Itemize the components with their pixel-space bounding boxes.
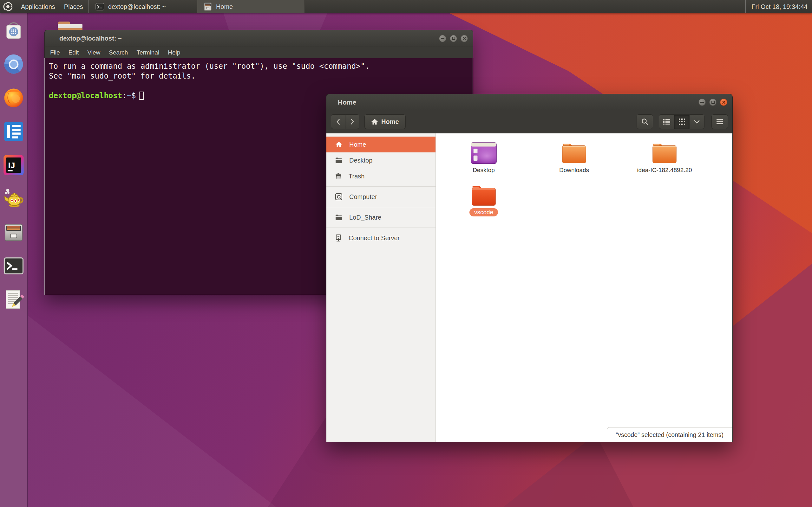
terminal-icon: [96, 2, 104, 11]
taskbar-item-home[interactable]: Home: [197, 0, 305, 13]
pathbar-home-button[interactable]: Home: [364, 114, 406, 129]
menu-edit[interactable]: Edit: [68, 49, 79, 56]
sidebar-item-label: Computer: [349, 193, 377, 201]
pathbar-label: Home: [381, 118, 399, 125]
grid-view-icon: [679, 118, 685, 125]
ubuntu-logo-icon: [3, 2, 13, 11]
file-manager-window: Home Home: [326, 94, 733, 442]
firefox-icon[interactable]: [3, 87, 25, 109]
terminal-cursor: [139, 92, 144, 100]
terminal-menubar: File Edit View Search Terminal Help: [44, 47, 473, 58]
chevron-down-icon: [694, 120, 700, 124]
desktop-purple-icon: [470, 142, 497, 164]
file-item-idea-ic[interactable]: idea-IC-182.4892.20: [622, 142, 707, 174]
menu-file[interactable]: File: [50, 49, 60, 56]
home-icon: [335, 141, 342, 148]
folder-icon: [651, 142, 678, 164]
prompt-user-host: dextop@localhost: [49, 91, 122, 100]
sidebar-item-connect-to-server[interactable]: Connect to Server: [326, 230, 436, 246]
launcher-dock: IJ: [0, 13, 28, 507]
folder-icon: [335, 214, 342, 221]
terminal-titlebar[interactable]: dextop@localhost: ~: [44, 30, 473, 47]
file-item-label: idea-IC-182.4892.20: [637, 167, 692, 174]
harddisk-icon: [335, 193, 342, 200]
desktop-folder-icon[interactable]: [58, 21, 83, 31]
close-button[interactable]: [720, 99, 727, 106]
sidebar-item-computer[interactable]: Computer: [326, 189, 436, 205]
applications-menu[interactable]: Applications: [16, 0, 60, 13]
list-view-button[interactable]: [659, 114, 674, 129]
chevron-left-icon: [336, 118, 340, 125]
taskbar-item-terminal[interactable]: dextop@localhost: ~: [89, 0, 197, 13]
minimize-button[interactable]: [699, 99, 706, 106]
sidebar-item-label: Trash: [349, 173, 364, 180]
clock[interactable]: Fri Oct 18, 19:34:44: [746, 3, 812, 10]
sidebar-item-desktop[interactable]: Desktop: [326, 153, 436, 168]
panel-separator: [745, 0, 746, 13]
chevron-right-icon: [351, 118, 354, 125]
search-button[interactable]: [637, 114, 653, 129]
sidebar-item-trash[interactable]: Trash: [326, 168, 436, 184]
sidebar-item-lod-share[interactable]: LoD_Share: [326, 210, 436, 225]
file-item-desktop[interactable]: Desktop: [441, 142, 526, 174]
teapot-icon[interactable]: [3, 187, 25, 210]
view-options-button[interactable]: [689, 114, 705, 129]
taskbar-item-label: Home: [216, 3, 233, 10]
trash-icon: [335, 173, 342, 180]
sidebar: Home Desktop Trash Computer: [326, 133, 436, 442]
folder-icon-selected: [470, 184, 497, 207]
prompt-colon: :: [122, 91, 126, 100]
file-item-downloads[interactable]: Downloads: [531, 142, 617, 174]
terminal-output-line: See "man sudo_root" for details.: [49, 71, 469, 81]
forward-button[interactable]: [345, 114, 359, 129]
list-view-icon: [663, 119, 670, 124]
documents-app-icon[interactable]: [3, 120, 25, 143]
file-view-area[interactable]: Desktop Downloads: [436, 133, 732, 442]
sidebar-item-home[interactable]: Home: [326, 136, 436, 153]
terminal-window-title: dextop@localhost: ~: [59, 35, 122, 42]
file-manager-titlebar[interactable]: Home: [326, 94, 733, 110]
menu-help[interactable]: Help: [168, 49, 180, 56]
sidebar-item-label: Home: [349, 141, 366, 148]
server-icon: [335, 234, 342, 241]
close-button[interactable]: [461, 35, 468, 42]
menu-terminal[interactable]: Terminal: [136, 49, 159, 56]
chromium-icon[interactable]: [3, 53, 25, 75]
maximize-button[interactable]: [709, 99, 716, 106]
prompt-dollar: $: [131, 91, 136, 100]
menu-view[interactable]: View: [87, 49, 100, 56]
file-cabinet-icon[interactable]: [3, 221, 25, 243]
file-item-label-selected: vscode: [469, 208, 498, 216]
folder-icon: [335, 157, 342, 164]
places-menu[interactable]: Places: [60, 0, 88, 13]
terminal-output-line: To run a command as administrator (user …: [49, 61, 469, 71]
ubuntu-software-icon[interactable]: [3, 20, 25, 42]
hamburger-icon: [716, 119, 723, 124]
file-cabinet-icon: [203, 2, 212, 11]
file-item-label: Desktop: [473, 167, 495, 174]
hamburger-menu-button[interactable]: [711, 114, 728, 129]
maximize-button[interactable]: [450, 35, 457, 42]
terminal-window-controls: [439, 30, 468, 47]
minimize-button[interactable]: [439, 35, 446, 42]
intellij-idea-icon[interactable]: IJ: [3, 154, 25, 176]
top-panel: Applications Places dextop@localhost: ~ …: [0, 0, 812, 13]
prompt-path: ~: [127, 91, 131, 100]
terminal-icon[interactable]: [3, 255, 25, 277]
file-item-vscode[interactable]: vscode: [441, 184, 526, 216]
grid-view-button[interactable]: [674, 114, 689, 129]
status-bar: “vscode” selected (containing 21 items): [607, 427, 732, 442]
sidebar-separator: [326, 207, 436, 207]
sidebar-item-label: Connect to Server: [349, 234, 400, 242]
file-manager-content: Home Desktop Trash Computer: [326, 133, 733, 442]
folder-band: [58, 24, 83, 28]
panel-separator: [88, 0, 89, 13]
text-editor-icon[interactable]: [3, 288, 25, 311]
home-icon: [371, 118, 378, 125]
sidebar-separator: [326, 186, 436, 187]
file-item-label: Downloads: [559, 167, 589, 174]
file-manager-toolbar: Home: [326, 110, 733, 133]
back-button[interactable]: [331, 114, 345, 129]
menu-search[interactable]: Search: [109, 49, 128, 56]
file-manager-window-title: Home: [338, 99, 356, 106]
